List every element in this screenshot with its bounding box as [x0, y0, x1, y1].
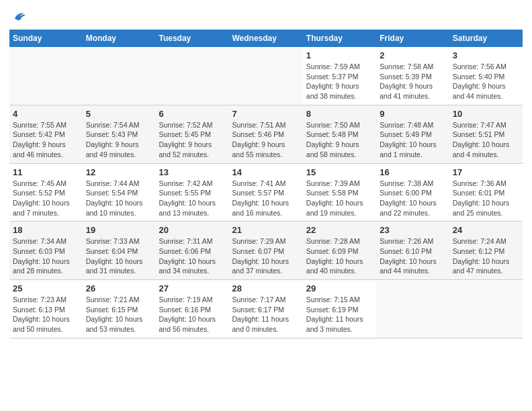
calendar-cell: 18Sunrise: 7:34 AM Sunset: 6:03 PM Dayli…: [9, 222, 83, 280]
day-number: 4: [13, 109, 79, 119]
day-number: 1: [306, 50, 373, 60]
calendar-week-row: 18Sunrise: 7:34 AM Sunset: 6:03 PM Dayli…: [9, 222, 523, 280]
calendar-cell: 5Sunrise: 7:54 AM Sunset: 5:43 PM Daylig…: [83, 105, 156, 163]
day-info: Sunrise: 7:17 AM Sunset: 6:17 PM Dayligh…: [232, 295, 299, 334]
calendar-cell: [228, 47, 302, 105]
calendar-cell: 10Sunrise: 7:47 AM Sunset: 5:51 PM Dayli…: [449, 105, 523, 163]
calendar-cell: 29Sunrise: 7:15 AM Sunset: 6:19 PM Dayli…: [303, 280, 376, 338]
day-info: Sunrise: 7:44 AM Sunset: 5:54 PM Dayligh…: [86, 179, 152, 218]
day-info: Sunrise: 7:51 AM Sunset: 5:46 PM Dayligh…: [232, 120, 299, 160]
day-info: Sunrise: 7:26 AM Sunset: 6:10 PM Dayligh…: [380, 236, 445, 276]
day-info: Sunrise: 7:39 AM Sunset: 5:58 PM Dayligh…: [306, 179, 373, 218]
day-info: Sunrise: 7:42 AM Sunset: 5:55 PM Dayligh…: [159, 179, 225, 218]
day-number: 20: [159, 225, 225, 235]
calendar-cell: 27Sunrise: 7:19 AM Sunset: 6:16 PM Dayli…: [155, 280, 228, 338]
day-number: 23: [380, 225, 445, 235]
calendar-cell: 3Sunrise: 7:56 AM Sunset: 5:40 PM Daylig…: [449, 47, 523, 105]
calendar-cell: 20Sunrise: 7:31 AM Sunset: 6:06 PM Dayli…: [155, 222, 228, 280]
day-info: Sunrise: 7:58 AM Sunset: 5:39 PM Dayligh…: [380, 62, 445, 101]
day-number: 27: [159, 283, 225, 293]
day-info: Sunrise: 7:33 AM Sunset: 6:04 PM Dayligh…: [86, 236, 152, 276]
calendar-cell: 9Sunrise: 7:48 AM Sunset: 5:49 PM Daylig…: [376, 105, 449, 163]
day-info: Sunrise: 7:45 AM Sunset: 5:52 PM Dayligh…: [13, 179, 79, 218]
day-info: Sunrise: 7:36 AM Sunset: 6:01 PM Dayligh…: [453, 179, 519, 218]
day-number: 18: [13, 225, 79, 235]
calendar-cell: 2Sunrise: 7:58 AM Sunset: 5:39 PM Daylig…: [376, 47, 449, 105]
day-info: Sunrise: 7:28 AM Sunset: 6:09 PM Dayligh…: [306, 236, 373, 276]
day-info: Sunrise: 7:21 AM Sunset: 6:15 PM Dayligh…: [86, 295, 152, 334]
weekday-header-thursday: Thursday: [303, 30, 376, 47]
day-info: Sunrise: 7:52 AM Sunset: 5:45 PM Dayligh…: [159, 120, 225, 160]
calendar-cell: 24Sunrise: 7:24 AM Sunset: 6:12 PM Dayli…: [449, 222, 523, 280]
calendar-week-row: 1Sunrise: 7:59 AM Sunset: 5:37 PM Daylig…: [9, 47, 523, 105]
calendar-cell: 1Sunrise: 7:59 AM Sunset: 5:37 PM Daylig…: [303, 47, 376, 105]
day-number: 14: [232, 167, 299, 177]
calendar-cell: [9, 47, 83, 105]
day-number: 15: [306, 167, 373, 177]
calendar-table: SundayMondayTuesdayWednesdayThursdayFrid…: [9, 30, 523, 338]
day-info: Sunrise: 7:19 AM Sunset: 6:16 PM Dayligh…: [159, 295, 225, 334]
day-number: 2: [380, 50, 445, 60]
calendar-cell: 11Sunrise: 7:45 AM Sunset: 5:52 PM Dayli…: [9, 163, 83, 222]
calendar-cell: 4Sunrise: 7:55 AM Sunset: 5:42 PM Daylig…: [9, 105, 83, 163]
calendar-cell: 15Sunrise: 7:39 AM Sunset: 5:58 PM Dayli…: [303, 163, 376, 222]
calendar-cell: 7Sunrise: 7:51 AM Sunset: 5:46 PM Daylig…: [228, 105, 302, 163]
weekday-header-saturday: Saturday: [449, 30, 523, 47]
day-number: 25: [13, 283, 79, 293]
calendar-cell: [376, 280, 449, 338]
day-info: Sunrise: 7:56 AM Sunset: 5:40 PM Dayligh…: [453, 62, 519, 101]
calendar-cell: [449, 280, 523, 338]
calendar-cell: 25Sunrise: 7:23 AM Sunset: 6:13 PM Dayli…: [9, 280, 83, 338]
day-number: 26: [86, 283, 152, 293]
day-info: Sunrise: 7:48 AM Sunset: 5:49 PM Dayligh…: [380, 120, 445, 160]
calendar-week-row: 4Sunrise: 7:55 AM Sunset: 5:42 PM Daylig…: [9, 105, 523, 163]
day-number: 9: [380, 109, 445, 119]
day-info: Sunrise: 7:55 AM Sunset: 5:42 PM Dayligh…: [13, 120, 79, 160]
day-number: 24: [453, 225, 519, 235]
day-info: Sunrise: 7:15 AM Sunset: 6:19 PM Dayligh…: [306, 295, 373, 334]
day-info: Sunrise: 7:41 AM Sunset: 5:57 PM Dayligh…: [232, 179, 299, 218]
calendar-cell: 8Sunrise: 7:50 AM Sunset: 5:48 PM Daylig…: [303, 105, 376, 163]
day-info: Sunrise: 7:34 AM Sunset: 6:03 PM Dayligh…: [13, 236, 79, 276]
day-info: Sunrise: 7:38 AM Sunset: 6:00 PM Dayligh…: [380, 179, 445, 218]
day-number: 12: [86, 167, 152, 177]
calendar-cell: 22Sunrise: 7:28 AM Sunset: 6:09 PM Dayli…: [303, 222, 376, 280]
calendar-cell: 12Sunrise: 7:44 AM Sunset: 5:54 PM Dayli…: [83, 163, 156, 222]
weekday-header-row: SundayMondayTuesdayWednesdayThursdayFrid…: [9, 30, 523, 47]
day-info: Sunrise: 7:31 AM Sunset: 6:06 PM Dayligh…: [159, 236, 225, 276]
day-number: 8: [306, 109, 373, 119]
day-number: 5: [86, 109, 152, 119]
day-number: 29: [306, 283, 373, 293]
calendar-cell: [155, 47, 228, 105]
day-info: Sunrise: 7:59 AM Sunset: 5:37 PM Dayligh…: [306, 62, 373, 101]
calendar-week-row: 25Sunrise: 7:23 AM Sunset: 6:13 PM Dayli…: [9, 280, 523, 338]
weekday-header-tuesday: Tuesday: [155, 30, 228, 47]
calendar-cell: 19Sunrise: 7:33 AM Sunset: 6:04 PM Dayli…: [83, 222, 156, 280]
day-number: 19: [86, 225, 152, 235]
calendar-cell: 14Sunrise: 7:41 AM Sunset: 5:57 PM Dayli…: [228, 163, 302, 222]
page-container: SundayMondayTuesdayWednesdayThursdayFrid…: [0, 0, 532, 345]
calendar-cell: 21Sunrise: 7:29 AM Sunset: 6:07 PM Dayli…: [228, 222, 302, 280]
weekday-header-wednesday: Wednesday: [228, 30, 302, 47]
day-number: 21: [232, 225, 299, 235]
weekday-header-sunday: Sunday: [9, 30, 83, 47]
day-number: 3: [453, 50, 519, 60]
day-info: Sunrise: 7:50 AM Sunset: 5:48 PM Dayligh…: [306, 120, 373, 160]
logo-bird-icon: [11, 9, 26, 24]
day-number: 28: [232, 283, 299, 293]
day-number: 17: [453, 167, 519, 177]
day-number: 10: [453, 109, 519, 119]
calendar-cell: 23Sunrise: 7:26 AM Sunset: 6:10 PM Dayli…: [376, 222, 449, 280]
weekday-header-monday: Monday: [83, 30, 156, 47]
day-number: 13: [159, 167, 225, 177]
calendar-cell: 16Sunrise: 7:38 AM Sunset: 6:00 PM Dayli…: [376, 163, 449, 222]
day-number: 16: [380, 167, 445, 177]
calendar-cell: 17Sunrise: 7:36 AM Sunset: 6:01 PM Dayli…: [449, 163, 523, 222]
calendar-cell: 26Sunrise: 7:21 AM Sunset: 6:15 PM Dayli…: [83, 280, 156, 338]
calendar-cell: [83, 47, 156, 105]
calendar-week-row: 11Sunrise: 7:45 AM Sunset: 5:52 PM Dayli…: [9, 163, 523, 222]
day-info: Sunrise: 7:23 AM Sunset: 6:13 PM Dayligh…: [13, 295, 79, 334]
day-info: Sunrise: 7:54 AM Sunset: 5:43 PM Dayligh…: [86, 120, 152, 160]
header: [9, 7, 523, 24]
day-number: 22: [306, 225, 373, 235]
